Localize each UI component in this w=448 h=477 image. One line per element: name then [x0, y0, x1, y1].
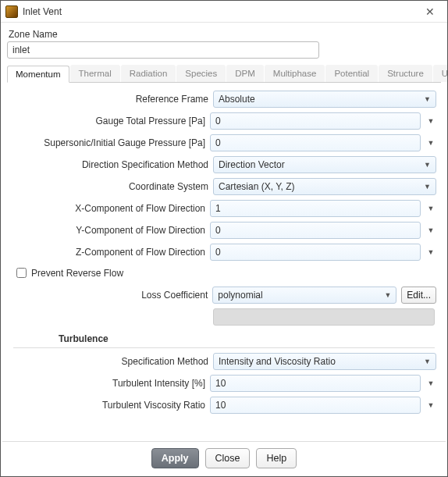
tab-species[interactable]: Species: [176, 65, 226, 82]
loss-coeff-display: [213, 308, 435, 326]
gauge-total-pressure-label: Gauge Total Pressure [Pa]: [12, 116, 210, 126]
close-icon[interactable]: ✕: [418, 5, 443, 18]
y-component-input[interactable]: [210, 222, 421, 239]
direction-method-value: Direction Vector: [219, 159, 285, 170]
chevron-down-icon[interactable]: ▼: [425, 117, 436, 125]
chevron-down-icon: ▼: [384, 291, 391, 299]
help-button[interactable]: Help: [256, 448, 297, 468]
x-component-input[interactable]: [210, 200, 421, 217]
prevent-reverse-row[interactable]: Prevent Reverse Flow: [13, 265, 436, 280]
supersonic-pressure-label: Supersonic/Initial Gauge Pressure [Pa]: [12, 137, 210, 148]
chevron-down-icon[interactable]: ▼: [425, 139, 436, 147]
titlebar: Inlet Vent ✕: [1, 1, 447, 23]
x-component-label: X-Component of Flow Direction: [12, 203, 210, 214]
chevron-down-icon[interactable]: ▼: [425, 248, 436, 256]
chevron-down-icon[interactable]: ▼: [425, 205, 436, 212]
tab-radiation[interactable]: Radiation: [121, 65, 176, 82]
turb-spec-method-dropdown[interactable]: Intensity and Viscosity Ratio ▼: [213, 353, 436, 370]
footer: Apply Close Help: [1, 448, 447, 476]
gauge-total-pressure-input[interactable]: [210, 112, 421, 130]
coord-system-dropdown[interactable]: Cartesian (X, Y, Z) ▼: [213, 178, 436, 195]
dialog-window: Inlet Vent ✕ Zone Name Momentum Thermal …: [0, 0, 448, 477]
tab-thermal[interactable]: Thermal: [70, 65, 120, 82]
loss-coeff-value: polynomial: [218, 290, 262, 301]
tab-bar: Momentum Thermal Radiation Species DPM M…: [7, 65, 441, 83]
chevron-down-icon: ▼: [424, 161, 431, 169]
turb-spec-method-value: Intensity and Viscosity Ratio: [219, 356, 336, 367]
tab-momentum[interactable]: Momentum: [7, 66, 69, 83]
turb-spec-method-label: Specification Method: [12, 356, 213, 367]
reference-frame-dropdown[interactable]: Absolute ▼: [213, 91, 436, 108]
turb-intensity-input[interactable]: [210, 375, 421, 392]
prevent-reverse-checkbox[interactable]: [16, 268, 27, 278]
turb-intensity-label: Turbulent Intensity [%]: [12, 378, 210, 389]
close-button[interactable]: Close: [205, 448, 251, 468]
turb-viscosity-label: Turbulent Viscosity Ratio: [12, 400, 210, 411]
turbulence-rule: [13, 347, 435, 348]
direction-method-label: Direction Specification Method: [12, 159, 213, 170]
chevron-down-icon[interactable]: ▼: [425, 226, 436, 234]
tab-dpm[interactable]: DPM: [226, 65, 264, 82]
y-component-label: Y-Component of Flow Direction: [12, 225, 210, 236]
tab-multiphase[interactable]: Multiphase: [265, 65, 325, 82]
z-component-label: Z-Component of Flow Direction: [12, 247, 210, 258]
prevent-reverse-label: Prevent Reverse Flow: [31, 268, 123, 279]
window-title: Inlet Vent: [23, 6, 418, 17]
chevron-down-icon: ▼: [424, 95, 431, 103]
tab-uds[interactable]: UDS: [433, 65, 447, 82]
reference-frame-label: Reference Frame: [12, 94, 213, 105]
coord-system-label: Coordinate System: [12, 181, 213, 192]
supersonic-pressure-input[interactable]: [210, 134, 421, 151]
tab-potential[interactable]: Potential: [325, 65, 378, 82]
coord-system-value: Cartesian (X, Y, Z): [219, 181, 295, 192]
chevron-down-icon: ▼: [424, 358, 431, 365]
direction-method-dropdown[interactable]: Direction Vector ▼: [213, 156, 436, 173]
reference-frame-value: Absolute: [219, 94, 255, 105]
chevron-down-icon[interactable]: ▼: [425, 401, 436, 409]
z-component-input[interactable]: [210, 244, 421, 261]
edit-button[interactable]: Edit...: [401, 287, 436, 304]
zone-name-input[interactable]: [7, 41, 319, 59]
app-icon: [5, 5, 18, 18]
turb-viscosity-input[interactable]: [210, 397, 421, 414]
form-area: Reference Frame Absolute ▼ Gauge Total P…: [7, 83, 441, 422]
loss-coeff-label: Loss Coefficient: [12, 290, 212, 301]
chevron-down-icon[interactable]: ▼: [425, 379, 436, 387]
tab-structure[interactable]: Structure: [379, 65, 432, 82]
turbulence-title: Turbulence: [59, 333, 436, 344]
footer-rule: [2, 441, 446, 442]
zone-name-label: Zone Name: [9, 29, 441, 40]
apply-button[interactable]: Apply: [151, 448, 199, 468]
loss-coeff-dropdown[interactable]: polynomial ▼: [212, 287, 396, 304]
content-area: Zone Name Momentum Thermal Radiation Spe…: [1, 23, 447, 435]
chevron-down-icon: ▼: [424, 183, 431, 190]
